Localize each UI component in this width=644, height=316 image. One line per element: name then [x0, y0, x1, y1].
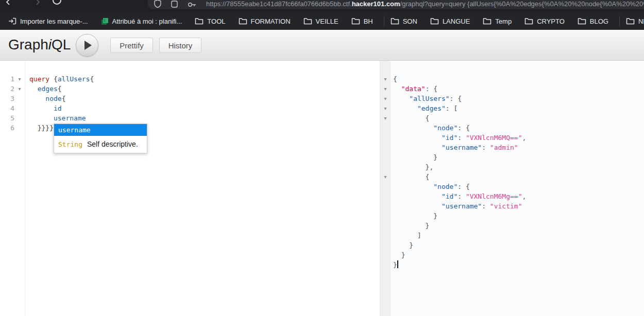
- bookmark-importer-les-marque[interactable]: Importer les marque-...: [8, 17, 88, 25]
- code-line: "node": {: [380, 123, 526, 133]
- fold-arrow-icon[interactable]: ▾: [380, 84, 391, 94]
- fold-arrow-icon[interactable]: ▾: [14, 74, 25, 84]
- fold-arrow-icon[interactable]: ▾: [14, 84, 25, 94]
- back-icon[interactable]: [5, 0, 12, 6]
- autocomplete-item-username[interactable]: username: [54, 124, 147, 136]
- fold-gutter-cell: [380, 191, 391, 201]
- fold-gutter-cell: [14, 113, 25, 123]
- fold-gutter-cell: [380, 221, 391, 231]
- code-text: "username": "victim": [393, 201, 522, 211]
- code-line: }: [380, 240, 526, 250]
- bookmark-temp[interactable]: Temp: [483, 17, 512, 25]
- code-text: {: [393, 74, 397, 84]
- bookmark-label: NEO: [638, 17, 644, 25]
- logo-text: Graph: [8, 37, 48, 52]
- code-text: "id": "VXNlcnM6MQ==",: [393, 133, 526, 143]
- query-editor[interactable]: 1▾query {allUsers{2▾ edges{3 node{4 id5 …: [0, 61, 380, 316]
- fold-arrow-icon[interactable]: ▾: [380, 74, 391, 84]
- shield-icon: [154, 0, 161, 8]
- fold-gutter-cell: [14, 94, 25, 103]
- line-number: 2: [0, 84, 14, 94]
- fold-gutter-cell: [380, 182, 391, 191]
- url-prefix: https://78555eabe1c41d87fc66fa0766d6b5bb…: [206, 0, 352, 8]
- fold-gutter-cell: [380, 250, 391, 260]
- bookmark-blog[interactable]: BLOG: [578, 17, 608, 25]
- code-line: "username": "victim": [380, 201, 526, 211]
- prettify-button[interactable]: Prettify: [110, 38, 153, 53]
- folder-icon: [391, 17, 399, 25]
- code-text: node{: [29, 94, 65, 103]
- bookmark-label: Temp: [495, 17, 512, 25]
- graphiql-logo: GraphiQL: [8, 37, 71, 53]
- address-bar[interactable]: https://78555eabe1c41d87fc66fa0766d6b5bb…: [148, 0, 644, 9]
- code-line: ▾ "edges": [: [380, 103, 526, 113]
- bookmark-attribu-moi-planifi[interactable]: Attribué à moi : planifi...: [101, 17, 182, 25]
- code-text: }: [393, 260, 398, 270]
- bookmark-label: Importer les marque-...: [20, 17, 88, 25]
- code-text: id: [29, 103, 62, 113]
- code-line: 2▾ edges{: [0, 84, 94, 94]
- forward-icon[interactable]: [34, 0, 41, 6]
- bookmark-neo[interactable]: NEO: [626, 17, 644, 25]
- bookmark-label: BH: [364, 17, 373, 25]
- code-text: {: [393, 172, 429, 182]
- bookmark-crypto[interactable]: CRYPTO: [524, 17, 565, 25]
- code-text: }}}}: [29, 123, 54, 133]
- code-line: 4 id: [0, 103, 94, 113]
- fold-gutter-cell: [380, 240, 391, 250]
- code-line: ▾ {: [380, 113, 526, 123]
- code-text: "allUsers": {: [393, 94, 462, 103]
- result-json: ▾{▾ "data": {▾ "allUsers": {▾ "edges": […: [380, 74, 526, 270]
- code-text: }: [393, 152, 437, 162]
- bookmark-formation[interactable]: FORMATION: [239, 17, 291, 25]
- bookmark-son[interactable]: SON: [391, 17, 417, 25]
- bookmark-label: LANGUE: [443, 17, 470, 25]
- autocomplete-type: String: [58, 141, 82, 148]
- reload-icon[interactable]: [53, 0, 61, 5]
- fold-gutter-cell: [14, 103, 25, 113]
- bookmarks-separator: [384, 16, 384, 26]
- fold-gutter-cell: [380, 231, 391, 240]
- code-text: edges{: [29, 84, 62, 94]
- planner-icon: [101, 17, 109, 25]
- fold-arrow-icon[interactable]: ▾: [380, 103, 391, 113]
- code-text: ]: [393, 231, 421, 240]
- url-text[interactable]: https://78555eabe1c41d87fc66fa0766d6b5bb…: [206, 0, 644, 8]
- fold-gutter-cell: [380, 133, 391, 143]
- result-viewer[interactable]: ▾{▾ "data": {▾ "allUsers": {▾ "edges": […: [380, 61, 644, 316]
- code-text: }: [393, 240, 413, 250]
- fold-arrow-icon[interactable]: ▾: [380, 113, 391, 123]
- code-text: "node": {: [393, 182, 470, 191]
- url-host: hacker101.com: [352, 0, 400, 8]
- code-line: }: [380, 152, 526, 162]
- url-path: /graphql?query=query {allUsers{%0A%20edg…: [400, 0, 644, 8]
- history-button[interactable]: History: [159, 38, 201, 53]
- code-text: }: [393, 221, 429, 231]
- autocomplete-info: StringSelf descriptive.: [54, 136, 147, 153]
- tab-square-icon: [171, 0, 178, 8]
- bookmark-langue[interactable]: LANGUE: [430, 17, 470, 25]
- bookmark-tool[interactable]: TOOL: [195, 17, 225, 25]
- line-number: 6: [0, 123, 14, 133]
- fold-arrow-icon[interactable]: ▾: [380, 94, 391, 103]
- autocomplete-popup: username StringSelf descriptive.: [54, 124, 147, 153]
- bookmark-veille[interactable]: VEILLE: [303, 17, 338, 25]
- execute-query-button[interactable]: [76, 34, 98, 57]
- fold-gutter-cell: [380, 123, 391, 133]
- folder-icon: [430, 17, 439, 25]
- folder-icon: [483, 17, 492, 25]
- code-text: "edges": [: [393, 103, 457, 113]
- code-text: },: [393, 162, 433, 172]
- fold-gutter-cell: [380, 152, 391, 162]
- bookmark-label: BLOG: [590, 17, 608, 25]
- fold-arrow-icon[interactable]: ▾: [380, 172, 391, 182]
- bookmark-bh[interactable]: BH: [351, 17, 373, 25]
- code-line: },: [380, 162, 526, 172]
- code-line: ]: [380, 231, 526, 240]
- import-icon: [8, 17, 16, 25]
- graphiql-toolbar: GraphiQL Prettify History: [0, 30, 644, 61]
- bookmarks-separator: [619, 16, 620, 26]
- code-line: }: [380, 260, 526, 270]
- fold-gutter-cell: [380, 260, 391, 270]
- code-text: "node": {: [393, 123, 470, 133]
